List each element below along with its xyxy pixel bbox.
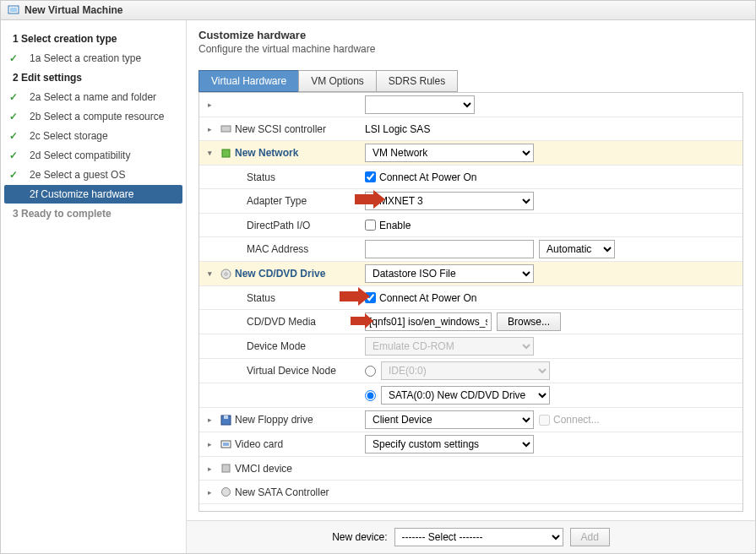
main-panel: Customize hardware Configure the virtual… bbox=[187, 20, 755, 553]
expand-icon[interactable]: ▸ bbox=[208, 440, 216, 448]
device-mode-select: Emulate CD-ROM bbox=[365, 337, 534, 356]
network-connect-checkbox[interactable] bbox=[365, 171, 376, 182]
row-cd-dvd: ▾ New CD/DVD Drive Datastore ISO File bbox=[199, 262, 742, 286]
wizard-window: New Virtual Machine 1 Select creation ty… bbox=[0, 0, 756, 554]
cd-media-input[interactable] bbox=[365, 312, 492, 331]
page-subtitle: Configure the virtual machine hardware bbox=[199, 43, 743, 55]
row-device-mode: Device Mode Emulate CD-ROM bbox=[199, 334, 742, 359]
svg-rect-13 bbox=[222, 464, 230, 472]
network-label: New Network bbox=[235, 147, 298, 159]
tabs: Virtual Hardware VM Options SDRS Rules bbox=[199, 70, 743, 92]
svg-point-14 bbox=[221, 488, 230, 497]
disc-icon bbox=[220, 268, 231, 280]
expand-icon[interactable]: ▸ bbox=[208, 100, 216, 109]
row-floppy: ▸ New Floppy drive Client Device Connect… bbox=[199, 408, 742, 432]
sidebar-item-2d[interactable]: ✓2d Select compatibility bbox=[1, 146, 186, 165]
svg-rect-2 bbox=[221, 126, 231, 132]
svg-point-6 bbox=[225, 273, 227, 275]
directpath-checkbox[interactable] bbox=[365, 220, 376, 231]
sidebar-item-2b[interactable]: ✓2b Select a compute resource bbox=[1, 107, 186, 126]
tab-vm-options[interactable]: VM Options bbox=[298, 70, 377, 92]
row-virtual-node-sata: SATA(0:0) New CD/DVD Drive bbox=[199, 383, 742, 408]
window-title: New Virtual Machine bbox=[24, 4, 122, 16]
row-video: ▸ Video card Specify custom settings bbox=[199, 432, 742, 457]
row-cd-media: CD/DVD Media Browse... bbox=[199, 310, 742, 334]
expand-icon[interactable]: ▸ bbox=[208, 488, 216, 497]
content: 1 Select creation type ✓1a Select a crea… bbox=[1, 20, 755, 553]
sata-select[interactable]: SATA(0:0) New CD/DVD Drive bbox=[381, 386, 550, 405]
row-scsi: ▸ New SCSI controller LSI Logic SAS bbox=[199, 117, 742, 141]
video-select[interactable]: Specify custom settings bbox=[365, 435, 534, 454]
row-network: ▾ New Network VM Network bbox=[199, 141, 742, 166]
sidebar-step-3[interactable]: 3 Ready to complete bbox=[1, 204, 186, 223]
scsi-value: LSI Logic SAS bbox=[365, 123, 430, 135]
svg-rect-3 bbox=[222, 149, 230, 157]
row-virtual-node: Virtual Device Node IDE(0:0) bbox=[199, 359, 742, 383]
sidebar-step-2[interactable]: 2 Edit settings bbox=[1, 68, 186, 87]
ide-select: IDE(0:0) bbox=[381, 361, 550, 380]
expand-icon[interactable]: ▸ bbox=[208, 416, 216, 424]
collapse-icon[interactable]: ▾ bbox=[208, 149, 216, 157]
sidebar-item-2c[interactable]: ✓2c Select storage bbox=[1, 127, 186, 145]
hardware-table: ▸ ▸ New SCSI controller LSI Logic SAS ▾ bbox=[199, 92, 743, 512]
vm-icon bbox=[8, 4, 19, 16]
row-adapter-type: Adapter Type VMXNET 3 bbox=[199, 189, 742, 214]
expand-icon[interactable]: ▸ bbox=[208, 464, 216, 473]
cd-type-select[interactable]: Datastore ISO File bbox=[365, 264, 534, 283]
new-device-label: New device: bbox=[332, 531, 387, 543]
chip-icon bbox=[220, 463, 231, 475]
row-vmci: ▸ VMCI device bbox=[199, 457, 742, 481]
floppy-connect-checkbox bbox=[539, 415, 550, 426]
svg-rect-10 bbox=[224, 416, 228, 419]
video-icon bbox=[220, 438, 231, 450]
cd-label: New CD/DVD Drive bbox=[235, 268, 325, 280]
check-icon: ✓ bbox=[9, 111, 21, 122]
ide-radio[interactable] bbox=[365, 366, 376, 377]
cd-connect-checkbox[interactable] bbox=[365, 292, 376, 303]
network-icon bbox=[220, 147, 231, 159]
svg-rect-12 bbox=[223, 443, 229, 446]
wizard-sidebar: 1 Select creation type ✓1a Select a crea… bbox=[1, 20, 187, 553]
titlebar: New Virtual Machine bbox=[1, 1, 755, 20]
expand-icon[interactable]: ▸ bbox=[208, 512, 216, 513]
row-network-status: Status Connect At Power On bbox=[199, 166, 742, 189]
browse-button[interactable]: Browse... bbox=[497, 312, 561, 331]
sidebar-item-2f[interactable]: 2f Customize hardware bbox=[4, 185, 182, 204]
page-title: Customize hardware bbox=[199, 29, 743, 41]
check-icon: ✓ bbox=[9, 130, 21, 142]
row-sata: ▸ New SATA Controller bbox=[199, 481, 742, 504]
scsi-icon bbox=[220, 123, 231, 135]
row-mac-address: MAC Address Automatic bbox=[199, 237, 742, 262]
collapse-icon[interactable]: ▾ bbox=[208, 269, 216, 278]
check-icon: ✓ bbox=[9, 52, 21, 64]
sidebar-step-1[interactable]: 1 Select creation type bbox=[1, 30, 186, 48]
scsi-label: New SCSI controller bbox=[235, 123, 326, 135]
adapter-type-select[interactable]: VMXNET 3 bbox=[365, 192, 534, 210]
new-device-footer: New device: ------- Select ------- Add bbox=[187, 520, 755, 553]
expand-icon[interactable]: ▸ bbox=[208, 125, 216, 133]
mac-mode-select[interactable]: Automatic bbox=[539, 240, 615, 258]
tab-virtual-hardware[interactable]: Virtual Hardware bbox=[199, 70, 299, 92]
sidebar-item-2a[interactable]: ✓2a Select a name and folder bbox=[1, 88, 186, 106]
row-other: ▸ Other Devices bbox=[199, 504, 742, 512]
svg-rect-1 bbox=[10, 8, 17, 12]
sidebar-item-2e[interactable]: ✓2e Select a guest OS bbox=[1, 166, 186, 184]
network-select[interactable]: VM Network bbox=[365, 144, 534, 162]
select-generic[interactable] bbox=[365, 95, 475, 114]
add-button[interactable]: Add bbox=[570, 528, 610, 546]
sata-icon bbox=[220, 486, 231, 498]
sata-radio[interactable] bbox=[365, 390, 376, 401]
row-directpath: DirectPath I/O Enable bbox=[199, 214, 742, 237]
check-icon: ✓ bbox=[9, 169, 21, 181]
sidebar-item-1a[interactable]: ✓1a Select a creation type bbox=[1, 49, 186, 68]
tab-sdrs-rules[interactable]: SDRS Rules bbox=[376, 70, 458, 92]
main-header: Customize hardware Configure the virtual… bbox=[187, 20, 755, 58]
mac-input[interactable] bbox=[365, 240, 534, 258]
row-cd-status: Status Connect At Power On bbox=[199, 286, 742, 310]
check-icon: ✓ bbox=[9, 149, 21, 161]
row-truncated-top: ▸ bbox=[199, 93, 742, 117]
new-device-select[interactable]: ------- Select ------- bbox=[394, 528, 563, 546]
floppy-icon bbox=[220, 414, 231, 426]
check-icon: ✓ bbox=[9, 91, 21, 103]
floppy-select[interactable]: Client Device bbox=[365, 410, 534, 429]
